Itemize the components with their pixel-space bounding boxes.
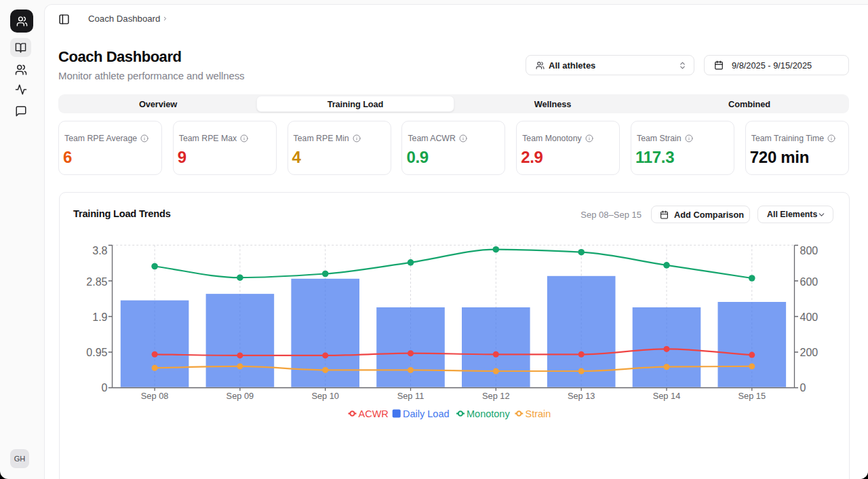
svg-text:Sep 15: Sep 15 <box>738 391 766 401</box>
svg-text:800: 800 <box>800 245 818 256</box>
svg-text:Sep 11: Sep 11 <box>397 391 425 401</box>
svg-text:ACWR: ACWR <box>359 408 389 419</box>
svg-text:Monotony: Monotony <box>467 408 510 419</box>
svg-text:600: 600 <box>800 276 818 288</box>
svg-text:400: 400 <box>800 311 818 323</box>
svg-text:2.85: 2.85 <box>86 276 107 288</box>
svg-text:Sep 09: Sep 09 <box>226 391 254 401</box>
svg-text:Sep 13: Sep 13 <box>568 391 595 401</box>
svg-text:Sep 08: Sep 08 <box>141 391 169 401</box>
svg-text:200: 200 <box>800 347 818 358</box>
svg-text:0: 0 <box>800 382 806 394</box>
svg-text:Sep 14: Sep 14 <box>653 391 681 401</box>
svg-text:0: 0 <box>102 382 108 394</box>
svg-text:Sep 12: Sep 12 <box>482 391 510 401</box>
svg-text:Daily Load: Daily Load <box>403 408 450 419</box>
svg-text:3.8: 3.8 <box>92 245 107 256</box>
svg-text:1.9: 1.9 <box>92 311 107 323</box>
svg-text:Strain: Strain <box>526 408 551 419</box>
svg-text:0.95: 0.95 <box>86 347 107 358</box>
svg-text:Sep 10: Sep 10 <box>311 391 339 401</box>
